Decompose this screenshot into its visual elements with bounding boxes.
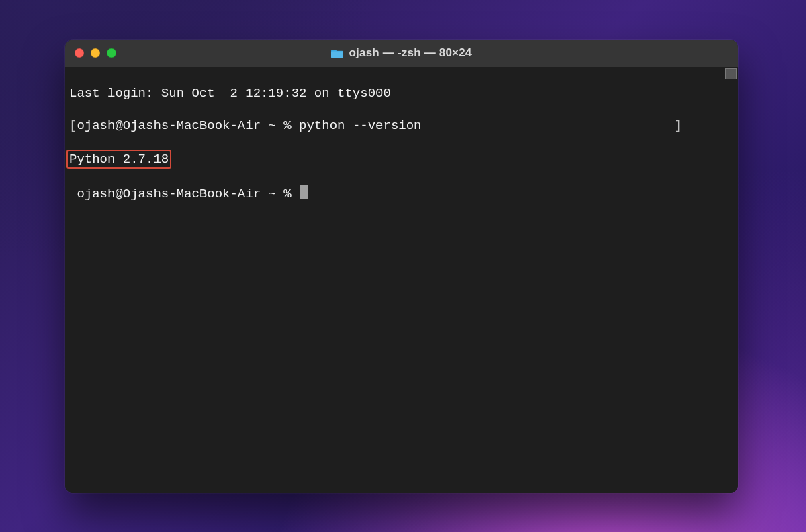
close-button[interactable] [75,48,84,58]
prompt-line-1: [ojash@Ojashs-MacBook-Air ~ % python --v… [69,118,733,134]
window-controls [65,48,116,58]
last-login-line: Last login: Sun Oct 2 12:19:32 on ttys00… [69,85,733,101]
folder-icon [331,48,343,58]
output-line-1: Python 2.7.18 [69,150,733,169]
version-highlight: Python 2.7.18 [66,150,171,169]
terminal-window: ojash — -zsh — 80×24 Last login: Sun Oct… [65,40,738,493]
window-titlebar[interactable]: ojash — -zsh — 80×24 [65,40,738,66]
prompt-2: ojash@Ojashs-MacBook-Air ~ % [77,187,299,202]
minimize-button[interactable] [91,48,100,58]
scrollbar-marker[interactable] [725,68,737,79]
terminal-content[interactable]: Last login: Sun Oct 2 12:19:32 on ttys00… [65,66,738,493]
window-title: ojash — -zsh — 80×24 [65,46,738,60]
prompt-line-2: ojash@Ojashs-MacBook-Air ~ % [69,185,733,202]
bracket-close: ] [674,118,682,133]
terminal-cursor [300,185,308,199]
prompt-1: ojash@Ojashs-MacBook-Air ~ % [77,118,299,133]
desktop-wallpaper: ojash — -zsh — 80×24 Last login: Sun Oct… [0,0,806,532]
command-1: python --version [299,118,421,133]
zoom-button[interactable] [107,48,116,58]
bracket-open: [ [69,118,77,133]
window-title-text: ojash — -zsh — 80×24 [349,46,472,60]
